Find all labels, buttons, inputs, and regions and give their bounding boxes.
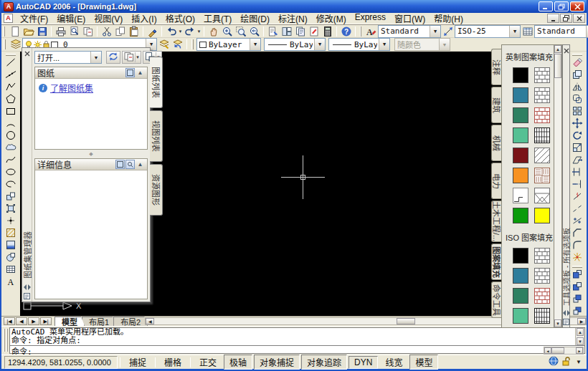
hatch-swatch-brick[interactable] [534, 67, 550, 83]
chevron-down-icon[interactable]: ▼ [430, 26, 440, 37]
collapse-chevron-icon[interactable]: ▲ [136, 160, 145, 169]
menu-item-9[interactable]: Express [351, 11, 390, 25]
properties-button[interactable] [266, 25, 280, 37]
hatch-swatch-solid[interactable] [513, 288, 528, 304]
ssm-close-icon[interactable] [23, 49, 32, 58]
hatch-swatch-brick[interactable] [534, 288, 550, 304]
menu-item-1[interactable]: 编辑(E) [52, 11, 90, 25]
line-button[interactable] [3, 57, 19, 69]
hatch-swatch-brick[interactable] [534, 248, 550, 264]
first-tab-button[interactable]: |◀ [4, 317, 15, 325]
hatch-swatch-solid[interactable] [534, 208, 550, 223]
spline-button[interactable] [3, 155, 19, 167]
dim-style-button[interactable] [441, 25, 455, 37]
hatch-swatch-solid[interactable] [513, 268, 528, 284]
quickcalc-button[interactable] [321, 25, 334, 37]
scroll-right-icon[interactable]: ▶ [577, 318, 586, 324]
toolbar-grip[interactable] [360, 26, 361, 37]
multiline-text-button[interactable]: A [3, 276, 19, 289]
palette-tab-command-tools[interactable]: 命令工具 [491, 281, 501, 318]
learn-sheet-set-link[interactable]: 了解图纸集 [50, 82, 93, 94]
toggle-model[interactable]: 模型 [409, 355, 438, 370]
insert-block-button[interactable] [3, 191, 19, 203]
toggle-grid[interactable]: 栅格 [158, 355, 187, 370]
array-button[interactable] [569, 106, 585, 118]
make-block-button[interactable] [3, 203, 19, 216]
hatch-swatch-solid[interactable] [513, 248, 528, 264]
break-at-point-button[interactable] [569, 191, 585, 203]
erase-button[interactable] [569, 57, 585, 69]
communication-center-icon[interactable] [549, 356, 559, 368]
bring-to-front-button[interactable] [569, 269, 585, 281]
palette-tab-mechanical[interactable]: 机械 [491, 125, 501, 161]
palette-tab-electrical[interactable]: 电力 [491, 163, 501, 199]
status-menu-arrow-icon[interactable]: ▼ [574, 359, 584, 365]
ssm-splitter[interactable]: ◆ [34, 152, 148, 156]
palette-tab-civil-structural[interactable]: 土木工程/... [491, 201, 501, 242]
chamfer-button[interactable] [569, 228, 585, 240]
scroll-thumb[interactable] [551, 347, 564, 354]
match-properties-button[interactable] [146, 25, 159, 37]
hatch-swatch-corner[interactable] [513, 188, 528, 203]
menu-item-0[interactable]: 文件(F) [16, 11, 52, 25]
break-button[interactable] [569, 203, 585, 216]
join-button[interactable] [569, 216, 585, 228]
scroll-left-icon[interactable]: ◀ [544, 347, 551, 354]
toolbar-grip[interactable] [572, 266, 582, 268]
sheetset-manager-button[interactable] [293, 25, 307, 37]
hatch-swatch-brick[interactable] [534, 87, 550, 103]
menu-item-6[interactable]: 绘图(D) [236, 11, 274, 25]
hatch-swatch-solid[interactable] [513, 87, 528, 103]
point-button[interactable] [3, 216, 19, 228]
hatch-swatch-grid[interactable] [534, 127, 550, 143]
ellipse-arc-button[interactable] [3, 179, 19, 191]
table-style-button[interactable] [521, 25, 534, 37]
mdi-restore-button[interactable] [560, 14, 572, 23]
scroll-down-icon[interactable]: ▼ [577, 337, 584, 345]
toggle-lwt[interactable]: 线宽 [379, 355, 408, 370]
table-style-combo[interactable]: Standard▼ [534, 25, 588, 38]
move-button[interactable] [569, 118, 585, 130]
ssm-title-bar[interactable]: 图纸集管理器 [22, 48, 32, 302]
trim-button[interactable] [569, 167, 585, 179]
hatch-swatch-solid[interactable] [513, 208, 528, 223]
send-under-objects-button[interactable] [569, 306, 585, 318]
mirror-button[interactable] [569, 82, 585, 94]
palette-tab-hatches[interactable]: 图案填充 [491, 244, 501, 280]
menu-item-3[interactable]: 插入(I) [127, 11, 161, 25]
menu-item-4[interactable]: 格式(O) [161, 11, 199, 25]
hatch-swatch-solid[interactable] [513, 308, 528, 324]
command-input-row[interactable]: 命令: ◀ ▶ [10, 345, 584, 355]
command-window-grip[interactable] [1, 327, 9, 355]
hatch-swatch-diagonal[interactable] [534, 148, 550, 163]
details-view-icon[interactable] [115, 160, 125, 169]
linetype-combo[interactable]: ByLayer▼ [264, 38, 326, 51]
palette-tab-architectural[interactable]: 建筑 [491, 87, 501, 123]
toolbar-grip[interactable] [6, 54, 16, 56]
hatch-swatch-grid[interactable] [534, 308, 550, 324]
layout-tab-layout1[interactable]: 布局1 [82, 317, 116, 326]
extend-button[interactable] [569, 179, 585, 191]
coordinates-display[interactable]: 1294.4209, 581.0255, 0.0000 [4, 356, 118, 369]
ssm-tab-resource-drawings[interactable]: 资源图形 [150, 164, 163, 216]
dim-style-combo[interactable]: ISO-25▼ [455, 25, 521, 38]
color-combo[interactable]: ByLayer▼ [196, 38, 261, 51]
stretch-button[interactable] [569, 155, 585, 167]
zoom-window-button[interactable] [234, 25, 247, 37]
layer-manager-button[interactable] [9, 39, 22, 51]
construction-line-button[interactable] [3, 69, 19, 82]
zoom-previous-button[interactable] [247, 25, 261, 37]
publish-button[interactable] [81, 25, 95, 37]
tp-close-icon[interactable] [562, 47, 571, 55]
region-button[interactable] [3, 252, 19, 264]
publish-button[interactable]: ▼ [122, 51, 141, 64]
mdi-minimize-button[interactable] [547, 14, 559, 23]
menu-item-7[interactable]: 标注(N) [274, 11, 312, 25]
lineweight-combo[interactable]: ByLayer▼ [328, 38, 390, 51]
scroll-left-icon[interactable]: ◀ [146, 318, 154, 324]
hatch-swatch-solid[interactable] [513, 67, 528, 83]
tp-properties-icon[interactable] [562, 317, 571, 326]
tp-autohide-icon[interactable] [562, 309, 571, 317]
toolbar-lock-icon[interactable] [561, 356, 571, 368]
menu-item-5[interactable]: 工具(T) [199, 11, 236, 25]
